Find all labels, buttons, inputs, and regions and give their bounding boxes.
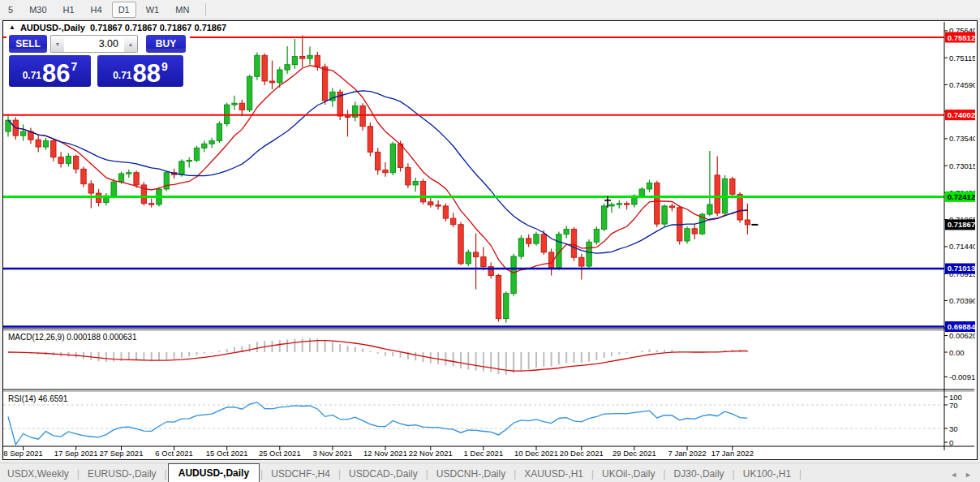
- tab-scroll-left-icon[interactable]: ◄: [950, 471, 957, 479]
- date-label: 12 Nov 2021: [363, 449, 407, 458]
- candle-body: [383, 170, 388, 173]
- volume-input[interactable]: 3.00: [64, 35, 124, 53]
- svg-text:0.71440: 0.71440: [949, 242, 975, 251]
- date-label: 8 Sep 2021: [3, 449, 43, 458]
- candle-body: [511, 256, 516, 294]
- candle-body: [194, 148, 199, 160]
- candle-body: [217, 124, 221, 141]
- candle-body: [541, 235, 546, 252]
- tab-dj30-daily[interactable]: DJ30-,Daily: [667, 466, 732, 482]
- volume-decrease-button[interactable]: ▼: [50, 35, 64, 53]
- date-label: 25 Oct 2021: [259, 449, 301, 458]
- tab-uk100-h1[interactable]: UK100-,H1: [736, 466, 798, 482]
- svg-text:0.74002: 0.74002: [948, 110, 975, 119]
- candle-body: [579, 257, 584, 266]
- rsi-panel: RSI(14) 46.659110070300: [3, 393, 962, 447]
- candle-body: [730, 179, 735, 194]
- macd-label: MACD(12,26,9) 0.000188 0.000631: [8, 333, 137, 342]
- toolbar-divider: [205, 3, 206, 16]
- volume-increase-button[interactable]: ▲: [124, 35, 138, 53]
- tab-xauusd-h1[interactable]: XAUUSD-,H1: [517, 466, 591, 482]
- candle-body: [398, 144, 402, 167]
- buy-price-prefix: 0.71: [113, 70, 131, 81]
- candle-body: [51, 140, 56, 157]
- chart-title: ▲ AUDUSD-,Daily 0.71867 0.71867 0.71867 …: [9, 23, 226, 32]
- svg-text:0.69884: 0.69884: [948, 322, 975, 331]
- candle-body: [134, 173, 139, 185]
- chart-symbol-label: AUDUSD-,Daily: [20, 23, 85, 32]
- candle-body: [504, 294, 509, 319]
- candle-body: [458, 225, 463, 264]
- candle-body: [715, 175, 720, 213]
- tab-usdcnh-daily[interactable]: USDCNH-,Daily: [429, 466, 513, 482]
- candle-body: [179, 161, 184, 174]
- date-label: 29 Dec 2021: [612, 449, 656, 458]
- svg-text:0.75115: 0.75115: [949, 54, 975, 62]
- date-label: 27 Sep 2021: [100, 449, 144, 458]
- tab-scroll-arrows: ◄ ►: [950, 471, 972, 482]
- timeframe-h1[interactable]: H1: [57, 2, 81, 18]
- candle-body: [406, 167, 410, 185]
- timeframe-h4[interactable]: H4: [84, 2, 109, 18]
- sell-price[interactable]: 0.71 86 7: [9, 55, 91, 87]
- candle-body: [209, 140, 214, 144]
- timeframe-m30[interactable]: M30: [23, 2, 53, 18]
- candle-body: [111, 182, 116, 196]
- sell-price-pip: 7: [71, 60, 78, 73]
- date-label: 10 Dec 2021: [514, 449, 558, 458]
- candle-body: [262, 55, 267, 81]
- svg-text:30: 30: [949, 424, 958, 433]
- tab-audusd-daily[interactable]: AUDUSD-,Daily: [168, 463, 260, 482]
- tab-eurusd-daily[interactable]: EURUSD-,Daily: [80, 466, 164, 482]
- chart-window: ▲ AUDUSD-,Daily 0.71867 0.71867 0.71867 …: [2, 20, 978, 460]
- candle-body: [436, 205, 441, 206]
- timeframe-5[interactable]: 5: [2, 2, 19, 18]
- date-label: 15 Oct 2021: [206, 449, 248, 458]
- tab-scroll-right-icon[interactable]: ►: [965, 471, 972, 479]
- candle-body: [564, 229, 569, 234]
- candle-body: [685, 229, 690, 241]
- candle-body: [534, 235, 539, 243]
- candle-body: [66, 156, 71, 163]
- candle-body: [292, 57, 297, 65]
- svg-text:0.71867: 0.71867: [948, 220, 975, 229]
- timeframe-mn[interactable]: MN: [169, 2, 196, 18]
- buy-button[interactable]: BUY: [146, 35, 186, 53]
- candle-body: [737, 194, 742, 220]
- timeframe-w1[interactable]: W1: [140, 2, 166, 18]
- buy-price[interactable]: 0.71 88 9: [97, 55, 183, 87]
- candle-body: [187, 161, 191, 161]
- date-label: 17 Jan 2022: [711, 449, 754, 458]
- tab-separator: |: [798, 468, 802, 482]
- candle-body: [390, 144, 395, 172]
- candle-body: [232, 103, 237, 105]
- svg-text:0: 0: [949, 438, 953, 447]
- candle-body: [655, 183, 660, 224]
- sell-button[interactable]: SELL: [9, 35, 47, 53]
- candle-body: [36, 140, 41, 147]
- candle-body: [609, 204, 614, 206]
- date-label: 17 Sep 2021: [54, 449, 98, 458]
- candle-body: [269, 81, 274, 83]
- svg-text:0.00: 0.00: [949, 348, 965, 357]
- candle-body: [594, 229, 599, 242]
- candle-body: [322, 67, 327, 101]
- chevron-up-icon: ▲: [128, 41, 134, 47]
- candle-body: [602, 206, 607, 230]
- tab-usdx-weekly[interactable]: USDX,Weekly: [0, 466, 76, 482]
- candle-body: [669, 206, 674, 208]
- collapse-arrow-icon[interactable]: ▲: [9, 24, 15, 31]
- tab-ukoil-daily[interactable]: UKOil-,Daily: [595, 466, 662, 482]
- candle-body: [413, 181, 418, 184]
- tab-usdcad-daily[interactable]: USDCAD-,Daily: [342, 466, 425, 482]
- svg-text:0.73015: 0.73015: [949, 161, 975, 170]
- candle-body: [202, 144, 207, 148]
- candle-body: [571, 229, 576, 257]
- date-label: 1 Dec 2021: [464, 449, 504, 458]
- tab-usdchf-h4[interactable]: USDCHF-,H4: [264, 466, 337, 482]
- candle-body: [360, 105, 365, 126]
- candle-body: [466, 252, 471, 264]
- candle-body: [81, 169, 86, 183]
- timeframe-d1[interactable]: D1: [112, 2, 136, 18]
- date-label: 3 Nov 2021: [313, 449, 353, 458]
